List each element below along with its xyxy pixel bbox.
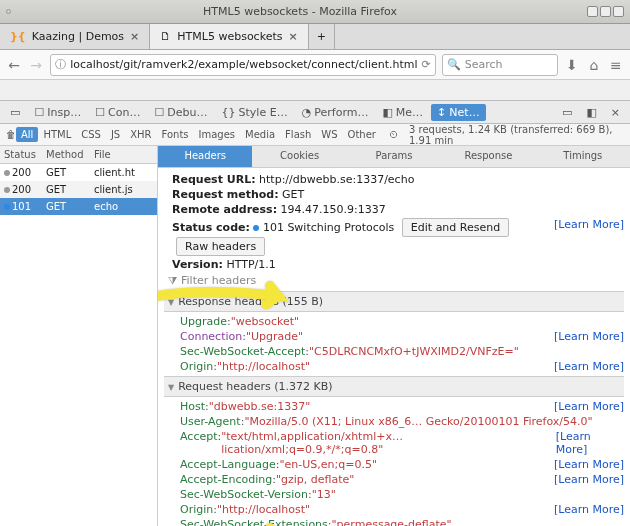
request-row[interactable]: 101GETecho <box>0 198 157 215</box>
filter-html[interactable]: HTML <box>38 127 76 142</box>
header-line: Accept-Language: "en-US,en;q=0.5"[Learn … <box>164 457 624 472</box>
forward-button[interactable]: → <box>28 54 44 76</box>
learn-more-link[interactable]: [Learn More] <box>554 400 624 413</box>
edit-resend-button[interactable]: Edit and Resend <box>402 218 509 237</box>
tool-network[interactable]: ↕ Net… <box>431 104 486 121</box>
tool-style[interactable]: {} Style E… <box>216 104 294 121</box>
back-button[interactable]: ← <box>6 54 22 76</box>
tab-params[interactable]: Params <box>347 146 441 167</box>
tab-headers[interactable]: Headers <box>158 146 252 167</box>
filter-headers-input[interactable]: ⧩Filter headers <box>164 272 624 289</box>
header-line: User-Agent: "Mozilla/5.0 (X11; Linux x86… <box>164 414 624 429</box>
header-line: Accept: "text/html,application/xhtml+x…l… <box>164 429 624 457</box>
devtools-dock-side[interactable]: ◧ <box>580 104 602 121</box>
search-bar[interactable]: 🔍 Search <box>442 54 558 76</box>
col-method[interactable]: Method <box>42 146 90 163</box>
search-placeholder: Search <box>465 58 503 71</box>
raw-headers-button[interactable]: Raw headers <box>176 237 265 256</box>
header-line: Origin: "http://localhost"[Learn More] <box>164 359 624 374</box>
nav-bar: ← → ⓘ localhost/git/ramverk2/example/web… <box>0 50 630 80</box>
devtools-close[interactable]: × <box>605 104 626 121</box>
col-status[interactable]: Status <box>0 146 42 163</box>
tool-console[interactable]: ☐ Con… <box>89 104 146 121</box>
header-line: Sec-WebSocket-Accept: "C5DLRCNCMxfO+tJWX… <box>164 344 624 359</box>
new-tab-button[interactable]: + <box>309 24 335 49</box>
header-line: Accept-Encoding: "gzip, deflate"[Learn M… <box>164 472 624 487</box>
filter-css[interactable]: CSS <box>76 127 106 142</box>
tab-label: HTML5 websockets <box>177 30 282 43</box>
detail-tabs: Headers Cookies Params Response Timings <box>158 146 630 168</box>
filter-ws[interactable]: WS <box>316 127 342 142</box>
browser-tabs: }{ Kaazing | Demos × 🗋 HTML5 websockets … <box>0 24 630 50</box>
page-icon: 🗋 <box>160 30 171 43</box>
info-icon[interactable]: ⓘ <box>55 57 66 72</box>
app-icon <box>6 9 11 14</box>
header-line: Sec-WebSocket-Extensions: "permessage-de… <box>164 517 624 526</box>
network-summary: 3 requests, 1.24 KB (transferred: 669 B)… <box>404 122 624 148</box>
filter-other[interactable]: Other <box>343 127 381 142</box>
request-headers-section[interactable]: Request headers (1.372 KB) <box>164 376 624 397</box>
close-icon[interactable]: × <box>130 30 139 43</box>
menu-button[interactable]: ≡ <box>608 54 624 76</box>
filter-media[interactable]: Media <box>240 127 280 142</box>
request-table-header: Status Method File <box>0 146 157 164</box>
window-titlebar: HTML5 websockets - Mozilla Firefox <box>0 0 630 24</box>
browser-tab-kaazing[interactable]: }{ Kaazing | Demos × <box>0 24 150 49</box>
tab-response[interactable]: Response <box>441 146 535 167</box>
filter-images[interactable]: Images <box>194 127 241 142</box>
learn-more-link[interactable]: [Learn More] <box>554 330 624 343</box>
learn-more-link[interactable]: [Learn More] <box>554 360 624 373</box>
devtools-options[interactable]: ▭ <box>556 104 578 121</box>
status-dot-icon <box>253 225 259 231</box>
filter-flash[interactable]: Flash <box>280 127 316 142</box>
header-line: Sec-WebSocket-Version: "13" <box>164 487 624 502</box>
minimize-button[interactable] <box>587 6 598 17</box>
learn-more-link[interactable]: [Learn More] <box>554 458 624 471</box>
request-table: Status Method File 200GETclient.ht200GET… <box>0 146 158 526</box>
filter-xhr[interactable]: XHR <box>125 127 156 142</box>
close-icon[interactable]: × <box>288 30 297 43</box>
downloads-button[interactable]: ⬇ <box>564 54 580 76</box>
tool-memory[interactable]: ◧ Me… <box>376 104 429 121</box>
tool-debugger[interactable]: ☐ Debu… <box>148 104 213 121</box>
learn-more-link[interactable]: [Learn More] <box>554 503 624 516</box>
funnel-icon: ⧩ <box>168 274 177 287</box>
search-icon: 🔍 <box>447 58 461 71</box>
dock-button[interactable]: ▭ <box>4 104 26 121</box>
devtools-body: Status Method File 200GETclient.ht200GET… <box>0 146 630 526</box>
tab-timings[interactable]: Timings <box>536 146 630 167</box>
request-row[interactable]: 200GETclient.js <box>0 181 157 198</box>
tab-cookies[interactable]: Cookies <box>252 146 346 167</box>
window-title: HTML5 websockets - Mozilla Firefox <box>15 5 585 18</box>
maximize-button[interactable] <box>600 6 611 17</box>
url-bar[interactable]: ⓘ localhost/git/ramverk2/example/websock… <box>50 54 436 76</box>
col-file[interactable]: File <box>90 146 156 163</box>
request-row[interactable]: 200GETclient.ht <box>0 164 157 181</box>
kaazing-icon: }{ <box>10 30 26 43</box>
learn-more-link[interactable]: [Learn More] <box>554 473 624 486</box>
home-button[interactable]: ⌂ <box>586 54 602 76</box>
network-filter-bar: 🗑 All HTML CSS JS XHR Fonts Images Media… <box>0 124 630 146</box>
tool-performance[interactable]: ◔ Perform… <box>296 104 375 121</box>
browser-tab-websockets[interactable]: 🗋 HTML5 websockets × <box>150 24 308 49</box>
filter-fonts[interactable]: Fonts <box>157 127 194 142</box>
learn-more-link[interactable]: [Learn More] <box>554 218 624 231</box>
close-button[interactable] <box>613 6 624 17</box>
header-line: Host: "dbwebb.se:1337"[Learn More] <box>164 399 624 414</box>
learn-more-link[interactable]: [Learn More] <box>556 430 624 456</box>
url-text: localhost/git/ramverk2/example/websocket… <box>70 58 417 71</box>
trash-icon[interactable]: 🗑 <box>6 129 16 140</box>
headers-panel: Request URL: http://dbwebb.se:1337/echo … <box>158 168 630 526</box>
response-headers-section[interactable]: Response headers (155 B) <box>164 291 624 312</box>
request-details: Headers Cookies Params Response Timings … <box>158 146 630 526</box>
tab-label: Kaazing | Demos <box>32 30 124 43</box>
filter-js[interactable]: JS <box>106 127 125 142</box>
header-line: Upgrade: "websocket" <box>164 314 624 329</box>
filter-icon[interactable]: ⏲ <box>381 127 404 142</box>
header-line: Connection: "Upgrade"[Learn More] <box>164 329 624 344</box>
tool-inspector[interactable]: ☐ Insp… <box>28 104 87 121</box>
header-line: Origin: "http://localhost"[Learn More] <box>164 502 624 517</box>
devtools-toolbar: ▭ ☐ Insp… ☐ Con… ☐ Debu… {} Style E… ◔ P… <box>0 100 630 124</box>
reload-icon[interactable]: ⟳ <box>422 58 431 71</box>
filter-all[interactable]: All <box>16 127 38 142</box>
